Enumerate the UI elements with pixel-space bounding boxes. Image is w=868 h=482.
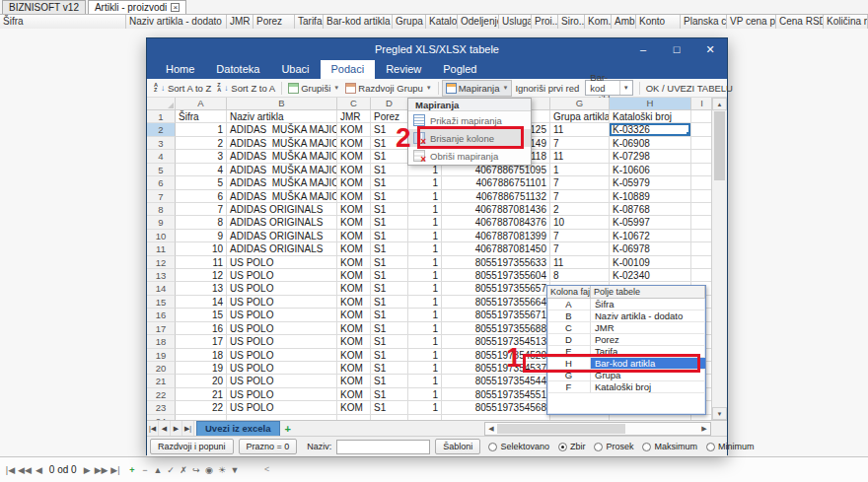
sheet-cell[interactable]: 22	[176, 401, 227, 414]
sort-z-to-a-button[interactable]: ZA↓ Sort Z to A	[214, 80, 278, 97]
sheet-cell[interactable]: K-06908	[610, 137, 691, 150]
sheet-cell[interactable]: S1	[371, 309, 408, 321]
ungroup-button[interactable]: Razdvoji Grupu ▼	[342, 80, 434, 97]
sheet-cell[interactable]: KOM	[337, 230, 371, 242]
close-button[interactable]: ✕	[693, 38, 727, 60]
sheet-cell[interactable]: 1	[408, 242, 442, 255]
maximize-button[interactable]: □	[660, 38, 693, 60]
app-column-header[interactable]: Odeljenje	[458, 15, 499, 29]
sheet-cell[interactable]: 1	[408, 309, 442, 321]
row-number[interactable]: 16	[147, 309, 176, 321]
sheet-cell[interactable]: S1	[371, 296, 408, 309]
sheet-cell[interactable]: 8055197355664	[442, 296, 550, 309]
vertical-scrollbar[interactable]: ▲ ▼	[711, 98, 727, 420]
nav-icon[interactable]: ◀◀	[17, 465, 33, 475]
sheet-cell[interactable]: KOM	[337, 401, 371, 414]
sort-a-to-z-button[interactable]: AZ↓ Sort A to Z	[151, 80, 214, 97]
sheet-cell[interactable]: 4067887081399	[442, 230, 550, 242]
sheet-cell[interactable]: 8055197355604	[442, 269, 550, 282]
sheet-cell[interactable]: ADIDAS MUŠKA MAJICA	[227, 123, 337, 136]
sheet-cell[interactable]: 4067887084376	[442, 216, 550, 229]
sheet-cell[interactable]: K-06978	[610, 242, 691, 255]
sheet-cell[interactable]: 10	[176, 242, 227, 255]
sheet-cell[interactable]: S1	[371, 164, 408, 176]
sheet-cell[interactable]: US POLO	[227, 362, 337, 375]
sheet-cell[interactable]: 1	[408, 269, 442, 282]
sheet-cell[interactable]: KOM	[337, 375, 371, 387]
sheet-cell[interactable]: 1	[408, 322, 442, 335]
sheet-cell[interactable]: KOM	[337, 296, 371, 309]
app-column-header[interactable]: Amb...	[612, 15, 636, 29]
sheet-cell[interactable]: S1	[371, 256, 408, 269]
row-number[interactable]: 9	[147, 216, 176, 229]
sheet-cell[interactable]: 4067887081436	[442, 203, 550, 216]
nav-icon[interactable]: ◀	[33, 465, 45, 475]
sheet-cell[interactable]: 1	[408, 256, 442, 269]
sheet-cell[interactable]: US POLO	[227, 296, 337, 309]
sheet-cell[interactable]: 8055197354513	[442, 335, 550, 348]
sheet-cell[interactable]	[691, 230, 713, 242]
column-header-I[interactable]: I	[691, 98, 713, 110]
dialog-titlebar[interactable]: Pregled XLS/XLSX tabele – □ ✕	[147, 38, 727, 60]
sheet-cell[interactable]: K-10606	[610, 164, 691, 176]
sheet-cell[interactable]: KOM	[337, 349, 371, 362]
sheet-cell[interactable]: 8	[550, 269, 610, 282]
sheet-cell[interactable]: Porez	[371, 110, 408, 123]
row-number[interactable]: 6	[147, 176, 176, 189]
row-number[interactable]: 3	[147, 137, 176, 150]
row-number[interactable]: 12	[147, 256, 176, 269]
sheet-cell[interactable]: KOM	[337, 335, 371, 348]
row-number[interactable]: 4	[147, 150, 176, 163]
sheet-cell[interactable]: 4067886751132	[442, 190, 550, 203]
sheet-cell[interactable]: S1	[371, 388, 408, 401]
sheet-cell[interactable]: 1	[408, 375, 442, 387]
row-number[interactable]: 22	[147, 388, 176, 401]
radio-maksimum[interactable]: Maksimum	[642, 442, 697, 451]
app-tab-biznisoft[interactable]: BIZNISOFT v12	[2, 0, 86, 14]
sheet-cell[interactable]	[691, 137, 713, 150]
app-column-header[interactable]: Šifra	[0, 15, 126, 29]
scroll-left-icon[interactable]: ◀	[485, 425, 497, 433]
sheet-cell[interactable]	[691, 190, 713, 203]
app-column-header[interactable]: Naziv artikla - dodato	[126, 15, 227, 29]
sheet-cell[interactable]	[691, 176, 713, 189]
sheet-cell[interactable]: KOM	[337, 242, 371, 255]
sheet-cell[interactable]: US POLO	[227, 256, 337, 269]
menu-item-brisanje-kolone[interactable]: Brisanje kolone	[408, 129, 531, 147]
sheet-cell[interactable]: 7	[176, 203, 227, 216]
row-number[interactable]: 23	[147, 401, 176, 414]
sheet-cell[interactable]: S1	[371, 242, 408, 255]
column-header-G[interactable]: G	[550, 98, 610, 110]
sheet-cell[interactable]: JMR	[337, 110, 371, 123]
sheet-cell[interactable]: 21	[176, 388, 227, 401]
horizontal-scrollbar[interactable]: ◀ ▶	[484, 422, 711, 436]
scroll-up-icon[interactable]: ▲	[712, 98, 727, 110]
sheet-cell[interactable]: S1	[371, 190, 408, 203]
mapping-row[interactable]: HBar-kod artikla	[547, 358, 705, 370]
sheet-cell[interactable]: 11	[550, 256, 610, 269]
sheet-cell[interactable]: KOM	[337, 164, 371, 176]
sheet-cell[interactable]: 1	[408, 362, 442, 375]
sheet-cell[interactable]: 16	[176, 322, 227, 335]
app-column-header[interactable]: Siro...	[558, 15, 585, 29]
sheet-cell[interactable]: 18	[176, 349, 227, 362]
record-action-icon[interactable]: +	[126, 465, 139, 475]
sheet-cell[interactable]: 1	[408, 349, 442, 362]
mapping-row[interactable]: BNaziv artikla - dodato	[547, 310, 705, 322]
column-header-B[interactable]: B	[227, 98, 337, 110]
column-header-D[interactable]: D	[371, 98, 408, 110]
sheet-cell[interactable]: K-00109	[610, 256, 691, 269]
sheet-cell[interactable]: 1	[550, 164, 610, 176]
sheet-cell[interactable]: 15	[176, 309, 227, 321]
sheet-cell[interactable]: S1	[371, 216, 408, 229]
sheet-cell[interactable]: KOM	[337, 322, 371, 335]
mapping-row[interactable]: FKataloški broj	[547, 381, 705, 393]
sheet-cell[interactable]	[691, 123, 713, 136]
sheet-cell[interactable]: KOM	[337, 216, 371, 229]
sheet-cell[interactable]: 2	[550, 203, 610, 216]
row-number[interactable]: 5	[147, 164, 176, 176]
row-number[interactable]: 11	[147, 242, 176, 255]
sheet-cell[interactable]	[691, 242, 713, 255]
nav-icon[interactable]: |◀	[4, 465, 17, 475]
sheet-cell[interactable]: US POLO	[227, 349, 337, 362]
